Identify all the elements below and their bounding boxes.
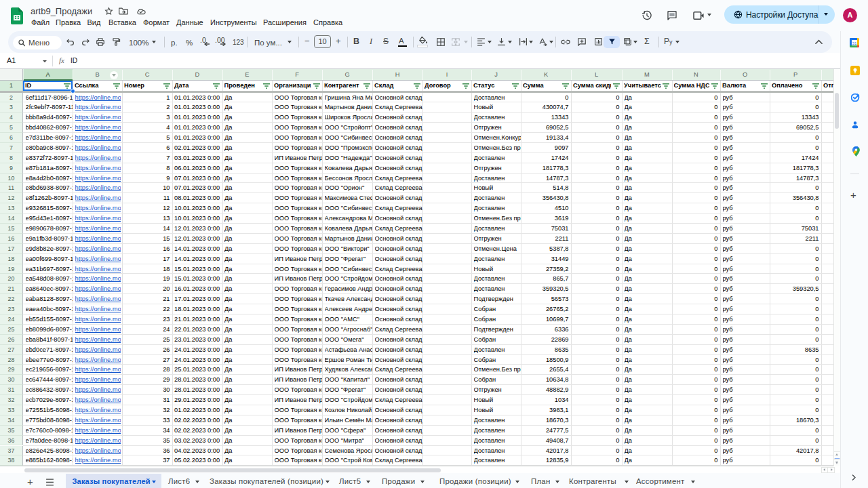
svg-text:31: 31 <box>852 41 857 45</box>
